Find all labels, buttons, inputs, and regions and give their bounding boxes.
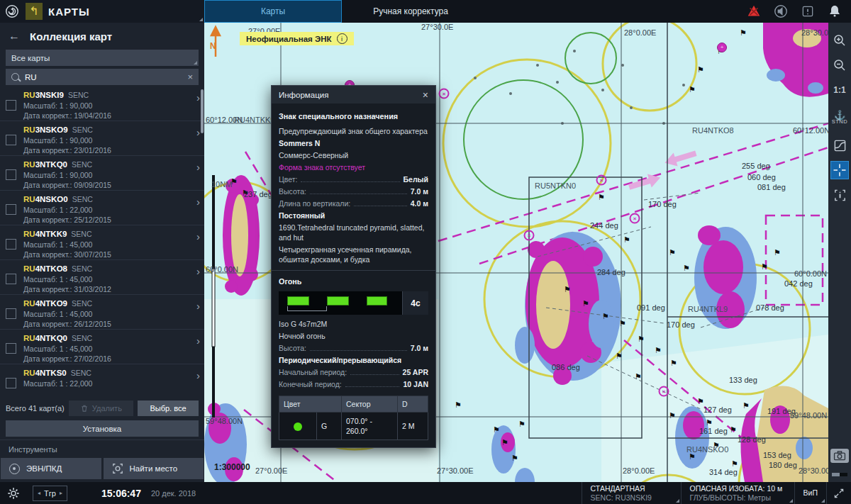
- beacon-icon[interactable]: ⚑: [598, 194, 605, 201]
- speaker-muted-icon[interactable]: [773, 4, 789, 19]
- chart-checkbox[interactable]: [6, 378, 16, 388]
- display-mode-dropdown[interactable]: СТАНДАРТНАЯ SENC: RU3NSKI9: [582, 482, 681, 504]
- object-info-icon[interactable]: [830, 186, 849, 204]
- beacon-icon[interactable]: ⚑: [518, 420, 525, 428]
- chevron-right-icon[interactable]: ›: [196, 230, 200, 242]
- hazard-icon[interactable]: ×: [439, 89, 450, 99]
- scale-1-1-button[interactable]: 1:1: [830, 81, 849, 99]
- standard-display-button[interactable]: ⚓ STND: [830, 106, 849, 130]
- tab-manual-correction[interactable]: Ручная корректура: [342, 0, 479, 23]
- info-icon[interactable]: i: [337, 33, 347, 44]
- beacon-icon[interactable]: ⚑: [697, 66, 704, 74]
- chevron-right-icon[interactable]: ›: [196, 126, 200, 138]
- beacon-icon[interactable]: ⚑: [623, 236, 630, 244]
- search-input[interactable]: RU: [25, 73, 37, 82]
- chart-list-item[interactable]: RU4NTKO9SENCМасштаб: 1 : 45,000Дата корр…: [0, 295, 204, 330]
- beacon-icon[interactable]: ⚑: [706, 419, 713, 427]
- zoom-in-icon[interactable]: [830, 31, 849, 50]
- chart-list[interactable]: RU3NSKI9SENCМасштаб: 1 : 90,000Дата корр…: [0, 86, 204, 398]
- chart-list-item[interactable]: RU4NSKO0SENCМасштаб: 1 : 22,000Дата корр…: [0, 191, 204, 225]
- object-info-popup[interactable]: Информация × Знак специального назначени…: [271, 85, 436, 448]
- beacon-icon[interactable]: ⚑: [742, 402, 750, 410]
- beacon-icon[interactable]: ⚑: [774, 249, 781, 257]
- screenshot-camera-icon[interactable]: [830, 449, 849, 463]
- chevron-right-icon[interactable]: ›: [196, 196, 200, 208]
- chart-checkbox[interactable]: [6, 308, 16, 319]
- chart-list-item[interactable]: RU3NTKQ0SENCМасштаб: 1 : 90,000Дата корр…: [0, 156, 204, 191]
- beacon-icon[interactable]: ⚑: [616, 352, 623, 360]
- alert-log-icon[interactable]: [800, 4, 816, 19]
- chart-list-item[interactable]: RU4NTKO8SENCМасштаб: 1 : 45,000Дата корр…: [0, 260, 204, 295]
- beacon-icon[interactable]: ⚑: [761, 263, 768, 271]
- beacon-icon[interactable]: ⚑: [455, 401, 462, 409]
- popup-header[interactable]: Информация ×: [272, 86, 435, 103]
- beacon-icon[interactable]: ⚑: [511, 454, 518, 462]
- select-all-button[interactable]: Выбр. все: [138, 401, 199, 416]
- chart-filter-dropdown[interactable]: Все карты: [6, 50, 199, 66]
- chevron-right-icon[interactable]: ›: [196, 161, 200, 173]
- next-mode-icon[interactable]: ▸: [60, 490, 62, 496]
- cursor-pick-button[interactable]: [830, 161, 849, 179]
- chart-list-item[interactable]: RU4NTKS0SENCМасштаб: 1 : 22,000›: [0, 364, 204, 398]
- hazard-icon[interactable]: ×: [659, 386, 669, 397]
- beacon-icon[interactable]: ⚑: [731, 460, 738, 468]
- chart-search-field[interactable]: RU ×: [6, 69, 199, 85]
- delete-button[interactable]: Удалить: [69, 401, 133, 416]
- safety-contour-dropdown[interactable]: ОПАСНАЯ ИЗОБАТА: 10 м ГЛУБ/ВЫСОТЫ: Метры: [681, 482, 794, 504]
- beacon-icon[interactable]: ⚑: [638, 335, 645, 343]
- prev-mode-icon[interactable]: ◂: [38, 490, 40, 496]
- hazard-icon[interactable]: ×: [524, 230, 535, 241]
- beacon-icon[interactable]: ⚑: [582, 300, 589, 308]
- settings-gear-icon[interactable]: [7, 487, 20, 500]
- overview-icon[interactable]: [830, 136, 849, 155]
- beacon-icon[interactable]: ⚑: [669, 412, 676, 420]
- beacon-icon[interactable]: ⚑: [564, 286, 571, 293]
- motion-mode-selector[interactable]: ◂ Тгр ▸: [33, 486, 67, 501]
- find-place-button[interactable]: Найти место: [104, 458, 204, 479]
- chart-list-item[interactable]: RU3NSKO9SENCМасштаб: 1 : 90,000Дата корр…: [0, 121, 204, 156]
- chart-checkbox[interactable]: [6, 204, 16, 215]
- buoy-icon[interactable]: +: [717, 43, 727, 52]
- close-icon[interactable]: ×: [423, 89, 428, 101]
- beacon-icon[interactable]: ⚑: [635, 373, 642, 381]
- chart-list-item[interactable]: RU3NSKI9SENCМасштаб: 1 : 90,000Дата корр…: [0, 86, 204, 121]
- chart-list-item[interactable]: RU4NTKK9SENCМасштаб: 1 : 45,000Дата корр…: [0, 225, 204, 260]
- hazard-icon[interactable]: ×: [630, 213, 640, 224]
- beacon-icon[interactable]: ⚑: [697, 398, 704, 405]
- back-up-button[interactable]: ↰: [26, 3, 43, 20]
- tab-charts[interactable]: Карты: [204, 0, 342, 23]
- zoom-out-icon[interactable]: [830, 56, 849, 74]
- clear-search-icon[interactable]: ×: [187, 72, 193, 82]
- chart-checkbox[interactable]: [6, 135, 16, 145]
- chart-checkbox[interactable]: [6, 274, 16, 284]
- beacon-icon[interactable]: ⚑: [689, 86, 696, 94]
- beacon-icon[interactable]: ⚑: [493, 426, 500, 434]
- beacon-icon[interactable]: ⚑: [602, 313, 609, 320]
- alarm-triangle-icon[interactable]: [746, 4, 762, 19]
- install-button[interactable]: Установка: [6, 420, 199, 437]
- app-menu-area[interactable]: ↰ КАРТЫ: [0, 0, 204, 23]
- chevron-right-icon[interactable]: ›: [196, 91, 200, 103]
- beacon-icon[interactable]: ⚑: [689, 453, 696, 461]
- evn-pkd-button[interactable]: ЭВН/ПКД: [1, 458, 101, 479]
- beacon-icon[interactable]: ⚑: [670, 359, 677, 367]
- beacon-icon[interactable]: ⚑: [619, 320, 626, 327]
- beacon-icon[interactable]: ⚑: [683, 264, 690, 272]
- chevron-right-icon[interactable]: ›: [196, 300, 200, 312]
- beacon-icon[interactable]: ⚑: [501, 439, 508, 447]
- chevron-right-icon[interactable]: ›: [196, 265, 200, 277]
- beacon-icon[interactable]: ⚑: [740, 29, 747, 37]
- hazard-icon[interactable]: ×: [596, 175, 607, 186]
- unofficial-enc-badge[interactable]: Неофициальная ЭНК i: [240, 32, 354, 45]
- chart-checkbox[interactable]: [6, 100, 16, 111]
- beacon-icon[interactable]: ⚑: [669, 249, 676, 257]
- back-arrow-icon[interactable]: ←: [9, 30, 20, 43]
- notifications-bell-icon[interactable]: [827, 4, 842, 19]
- chart-checkbox[interactable]: [6, 239, 16, 250]
- beacon-icon[interactable]: ⚑: [730, 426, 737, 434]
- chevron-right-icon[interactable]: ›: [196, 369, 200, 381]
- vip-dropdown[interactable]: ВиП: [794, 482, 826, 504]
- chart-checkbox[interactable]: [6, 343, 16, 354]
- expand-fullscreen-icon[interactable]: [826, 482, 851, 504]
- list-scrollbar[interactable]: [201, 89, 204, 133]
